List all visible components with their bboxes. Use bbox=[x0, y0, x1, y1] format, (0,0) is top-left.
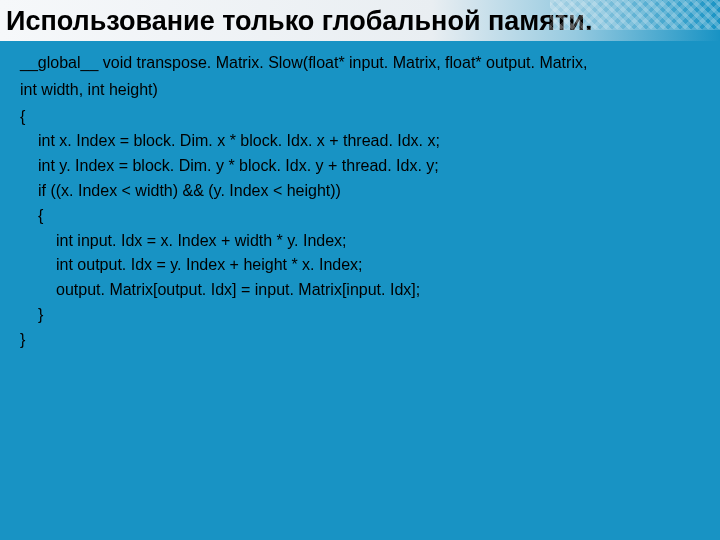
code-line: { bbox=[20, 105, 700, 130]
code-line: } bbox=[20, 303, 700, 328]
code-block: __global__ void transpose. Matrix. Slow(… bbox=[0, 41, 720, 373]
code-line: int input. Idx = x. Index + width * y. I… bbox=[20, 229, 700, 254]
code-line: } bbox=[20, 328, 700, 353]
code-line: int width, int height) bbox=[20, 78, 700, 103]
code-line: __global__ void transpose. Matrix. Slow(… bbox=[20, 51, 700, 76]
code-line: if ((x. Index < width) && (y. Index < he… bbox=[20, 179, 700, 204]
corner-decoration bbox=[550, 0, 720, 30]
code-line: { bbox=[20, 204, 700, 229]
code-line: int x. Index = block. Dim. x * block. Id… bbox=[20, 129, 700, 154]
code-line: int y. Index = block. Dim. y * block. Id… bbox=[20, 154, 700, 179]
code-line: output. Matrix[output. Idx] = input. Mat… bbox=[20, 278, 700, 303]
code-line: int output. Idx = y. Index + height * x.… bbox=[20, 253, 700, 278]
